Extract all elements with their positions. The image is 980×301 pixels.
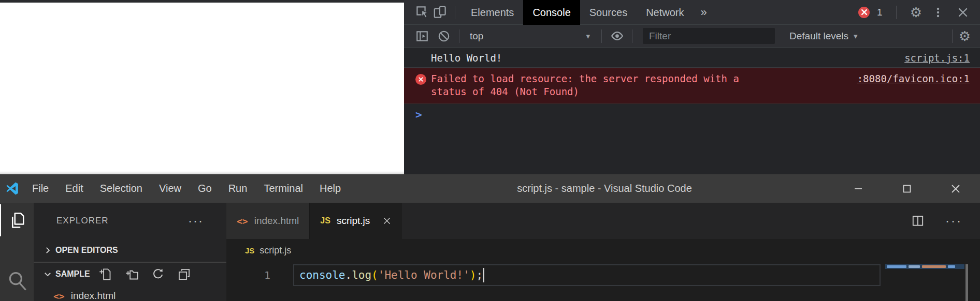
devtools-panel: Elements Console Sources Network » 1 ⚙ — [404, 0, 980, 174]
new-file-icon[interactable] — [98, 267, 112, 281]
console-log-text: Hello World! — [431, 52, 502, 64]
refresh-icon[interactable] — [151, 267, 165, 281]
kebab-menu-icon[interactable] — [929, 4, 947, 21]
editor-scrollbar[interactable] — [965, 264, 968, 301]
error-badge-icon[interactable] — [858, 7, 870, 18]
devtools-tabbar-right: 1 ⚙ — [858, 4, 980, 21]
maximize-button[interactable] — [883, 174, 931, 203]
screen: Elements Console Sources Network » 1 ⚙ — [0, 0, 980, 301]
collapse-folders-icon[interactable] — [177, 267, 191, 281]
tab-index-html[interactable]: <> index.html — [226, 203, 310, 239]
divider — [459, 29, 459, 43]
browser-viewport — [0, 0, 404, 174]
explorer-sidebar: EXPLORER ··· OPEN EDITORS SAMPLE — [34, 203, 226, 301]
menu-file[interactable]: File — [24, 183, 57, 194]
console-toolbar: top ▾ Default levels ▾ ⚙ — [404, 25, 980, 48]
explorer-title: EXPLORER — [56, 216, 109, 226]
inspect-element-icon[interactable] — [413, 4, 431, 21]
close-tab-icon[interactable] — [382, 216, 392, 225]
split-editor-icon[interactable] — [911, 214, 925, 228]
minimize-button[interactable] — [834, 174, 883, 203]
file-item-index-html[interactable]: <> index.html — [34, 285, 226, 301]
tab-network[interactable]: Network — [637, 0, 693, 25]
editor-actions: ··· — [911, 203, 980, 239]
console-messages: Hello World! script.js:1 Failed to load … — [404, 48, 980, 174]
editor-tabbar: <> index.html JS script.js — [226, 203, 980, 239]
menu-view[interactable]: View — [151, 183, 190, 194]
new-folder-icon[interactable] — [125, 267, 139, 281]
open-editors-section[interactable]: OPEN EDITORS — [34, 239, 226, 263]
tab-label: script.js — [337, 215, 370, 227]
code-editor[interactable]: 1 console.log('Hello World!'); — [226, 262, 980, 301]
device-toolbar-icon[interactable] — [431, 4, 449, 21]
chevron-down-icon: ▾ — [854, 32, 858, 41]
explorer-more-actions-icon[interactable]: ··· — [188, 214, 204, 228]
context-selector[interactable]: top ▾ — [466, 31, 595, 42]
console-log-row: Hello World! script.js:1 — [404, 48, 980, 68]
devtools-tabbar: Elements Console Sources Network » 1 ⚙ — [404, 0, 980, 25]
menu-go[interactable]: Go — [190, 183, 220, 194]
filter-input[interactable] — [643, 28, 775, 44]
vscode-titlebar: File Edit Selection View Go Run Terminal… — [0, 174, 980, 203]
breadcrumb-file: script.js — [260, 245, 291, 256]
menu-run[interactable]: Run — [220, 183, 256, 194]
tab-script-js[interactable]: JS script.js — [310, 203, 402, 239]
log-levels-value: Default levels — [789, 31, 848, 42]
explorer-actions — [98, 267, 191, 281]
menu-selection[interactable]: Selection — [92, 183, 151, 194]
error-circle-icon — [415, 74, 426, 85]
tab-label: index.html — [254, 215, 299, 227]
clear-console-icon[interactable] — [435, 27, 453, 45]
chevron-right-icon — [40, 246, 55, 255]
folder-label: SAMPLE — [55, 269, 90, 279]
divider — [632, 29, 632, 43]
editor-group: <> index.html JS script.js — [226, 203, 980, 301]
open-editors-label: OPEN EDITORS — [55, 246, 118, 255]
code-token-string: 'Hello World!' — [378, 269, 470, 281]
html-file-icon: <> — [53, 291, 65, 301]
search-icon[interactable] — [0, 264, 34, 298]
log-levels-dropdown[interactable]: Default levels ▾ — [789, 31, 858, 42]
console-settings-gear-icon[interactable]: ⚙ — [959, 29, 971, 43]
menu-help[interactable]: Help — [311, 183, 349, 194]
more-panels-icon[interactable]: » — [694, 6, 714, 19]
error-count: 1 — [877, 7, 883, 18]
settings-gear-icon[interactable]: ⚙ — [910, 6, 922, 19]
context-selector-value: top — [470, 31, 483, 42]
activity-bar — [0, 203, 34, 301]
code-token-object: console — [299, 269, 345, 281]
window-title: script.js - sample - Visual Studio Code — [377, 183, 832, 194]
explorer-header: EXPLORER ··· — [34, 203, 226, 239]
folder-section-sample[interactable]: SAMPLE — [34, 263, 226, 285]
minimap[interactable] — [885, 264, 964, 269]
editor-more-actions-icon[interactable]: ··· — [945, 214, 962, 228]
menu-terminal[interactable]: Terminal — [255, 183, 311, 194]
tab-console[interactable]: Console — [523, 0, 580, 25]
code-token-dot: . — [345, 269, 352, 281]
close-devtools-icon[interactable] — [954, 4, 972, 21]
divider — [896, 6, 897, 19]
code-token-open-paren: ( — [371, 269, 378, 281]
explorer-files-icon[interactable] — [0, 204, 34, 236]
text-cursor — [483, 268, 484, 282]
chevron-down-icon — [40, 269, 55, 279]
menu-edit[interactable]: Edit — [57, 183, 91, 194]
browser-chrome-edge — [0, 0, 404, 3]
breadcrumb[interactable]: JS script.js — [226, 239, 980, 262]
divider — [952, 29, 953, 43]
close-window-button[interactable] — [931, 174, 980, 203]
code-token-method: log — [352, 269, 371, 281]
tab-sources[interactable]: Sources — [580, 0, 637, 25]
console-error-source-link[interactable]: :8080/favicon.ico:1 — [857, 72, 970, 85]
console-log-source-link[interactable]: script.js:1 — [904, 52, 970, 64]
line-number: 1 — [255, 264, 270, 286]
console-sidebar-icon[interactable] — [413, 27, 431, 45]
window-controls — [834, 174, 980, 203]
vscode-logo-icon — [0, 174, 24, 203]
console-prompt[interactable]: > — [404, 103, 980, 121]
tab-elements[interactable]: Elements — [462, 0, 523, 25]
html-file-icon: <> — [237, 216, 248, 227]
vscode-workbench: EXPLORER ··· OPEN EDITORS SAMPLE — [0, 203, 980, 301]
live-expression-eye-icon[interactable] — [608, 27, 626, 45]
current-line: console.log('Hello World!'); — [293, 264, 881, 286]
